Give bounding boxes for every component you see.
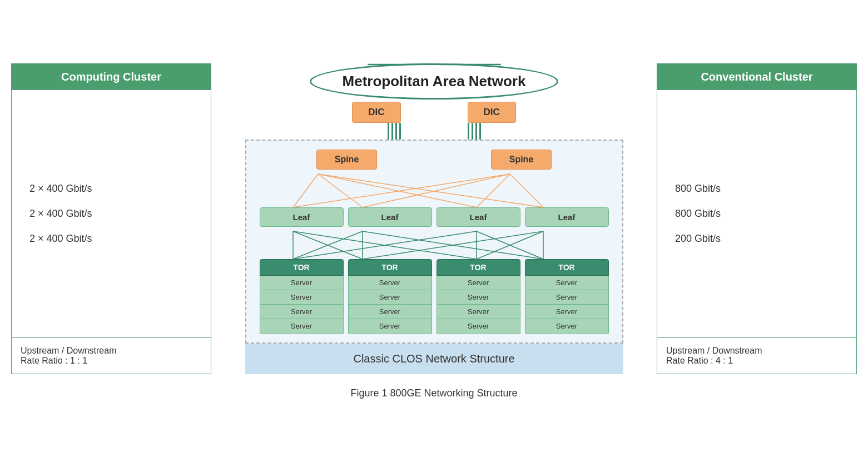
leaf-tor-svg bbox=[260, 231, 609, 259]
server-1-1: Server bbox=[348, 290, 432, 305]
dic-left: DIC bbox=[352, 102, 400, 123]
spine-leaf-svg bbox=[260, 174, 609, 207]
main-container: Metropolitan Area Network Computing Clus… bbox=[11, 63, 857, 399]
server-0-3: Server bbox=[260, 319, 344, 334]
dic-right: DIC bbox=[468, 102, 516, 123]
conventional-cluster-row-2: 200 Gbit/s bbox=[675, 233, 839, 245]
spine-right: Spine bbox=[491, 150, 552, 170]
conventional-cluster-panel: Conventional Cluster 800 Gbit/s 800 Gbit… bbox=[657, 63, 857, 374]
diagram-area: Computing Cluster 2 × 400 Gbit/s 2 × 400… bbox=[11, 63, 857, 374]
server-3-2: Server bbox=[525, 305, 609, 319]
dic-line-3 bbox=[395, 123, 397, 140]
computing-cluster-body: 2 × 400 Gbit/s 2 × 400 Gbit/s 2 × 400 Gb… bbox=[12, 90, 211, 337]
computing-cluster-header: Computing Cluster bbox=[12, 64, 211, 90]
dic-line-6 bbox=[472, 123, 473, 140]
computing-cluster-row-1: 2 × 400 Gbit/s bbox=[29, 208, 193, 220]
conventional-cluster-header: Conventional Cluster bbox=[657, 64, 856, 90]
conventional-cluster-row-0: 800 Gbit/s bbox=[675, 183, 839, 195]
figure-caption: Figure 1 800GE Networking Structure bbox=[350, 388, 517, 399]
computing-cluster-row-0: 2 × 400 Gbit/s bbox=[29, 183, 193, 195]
leaf-2: Leaf bbox=[437, 207, 520, 227]
tor-0: TOR bbox=[260, 259, 344, 276]
dic-line-2 bbox=[391, 123, 393, 140]
server-1-0: Server bbox=[348, 276, 432, 290]
dic-line-7 bbox=[475, 123, 477, 140]
computing-cluster-row-2: 2 × 400 Gbit/s bbox=[29, 233, 193, 245]
computing-cluster-panel: Computing Cluster 2 × 400 Gbit/s 2 × 400… bbox=[11, 63, 211, 374]
conventional-cluster-row-1: 800 Gbit/s bbox=[675, 208, 839, 220]
svg-line-4 bbox=[318, 174, 543, 207]
clos-label: Classic CLOS Network Structure bbox=[245, 344, 623, 374]
dic-line-5 bbox=[468, 123, 469, 140]
tor-server-group-2: TOR Server Server Server Server bbox=[437, 259, 520, 334]
tor-server-group-3: TOR Server Server Server Server bbox=[525, 259, 609, 334]
spine-row: Spine Spine bbox=[260, 150, 609, 170]
svg-line-1 bbox=[293, 174, 318, 207]
tor-3: TOR bbox=[525, 259, 609, 276]
leaf-row: Leaf Leaf Leaf Leaf bbox=[260, 207, 609, 227]
computing-cluster-footer: Upstream / Downstream Rate Ratio : 1 : 1 bbox=[12, 337, 211, 374]
clos-frame: Spine Spine bbox=[245, 140, 623, 344]
tor-server-row: TOR Server Server Server Server TOR Serv… bbox=[260, 259, 609, 334]
dic-line-8 bbox=[479, 123, 481, 140]
dic-left-lines bbox=[388, 123, 401, 140]
server-2-0: Server bbox=[437, 276, 520, 290]
clos-area: Metropolitan Area Network DIC DIC bbox=[211, 63, 657, 374]
dic-right-lines bbox=[468, 123, 481, 140]
leaf-tor-connections bbox=[260, 231, 609, 259]
dic-line-4 bbox=[399, 123, 401, 140]
server-1-2: Server bbox=[348, 305, 432, 319]
spine-leaf-connections bbox=[260, 174, 609, 207]
leaf-0: Leaf bbox=[260, 207, 344, 227]
server-0-0: Server bbox=[260, 276, 344, 290]
svg-line-3 bbox=[318, 174, 477, 207]
conventional-cluster-body: 800 Gbit/s 800 Gbit/s 200 Gbit/s bbox=[657, 90, 856, 337]
dic-row: DIC DIC bbox=[222, 102, 646, 123]
leaf-3: Leaf bbox=[525, 207, 609, 227]
server-2-1: Server bbox=[437, 290, 520, 305]
server-3-0: Server bbox=[525, 276, 609, 290]
svg-line-6 bbox=[363, 174, 510, 207]
server-0-2: Server bbox=[260, 305, 344, 319]
conventional-cluster-footer: Upstream / Downstream Rate Ratio : 4 : 1 bbox=[657, 337, 856, 374]
dic-connectors bbox=[222, 123, 646, 140]
tor-server-group-1: TOR Server Server Server Server bbox=[348, 259, 432, 334]
spine-left: Spine bbox=[316, 150, 378, 170]
dic-line-1 bbox=[388, 123, 389, 140]
svg-line-7 bbox=[477, 174, 510, 207]
svg-line-8 bbox=[510, 174, 543, 207]
tor-1: TOR bbox=[348, 259, 432, 276]
server-2-3: Server bbox=[437, 319, 520, 334]
server-1-3: Server bbox=[348, 319, 432, 334]
man-label: Metropolitan Area Network bbox=[310, 63, 559, 100]
tor-server-group-0: TOR Server Server Server Server bbox=[260, 259, 344, 334]
svg-line-5 bbox=[293, 174, 510, 207]
server-3-1: Server bbox=[525, 290, 609, 305]
server-2-2: Server bbox=[437, 305, 520, 319]
tor-2: TOR bbox=[437, 259, 520, 276]
leaf-1: Leaf bbox=[348, 207, 432, 227]
server-3-3: Server bbox=[525, 319, 609, 334]
server-0-1: Server bbox=[260, 290, 344, 305]
